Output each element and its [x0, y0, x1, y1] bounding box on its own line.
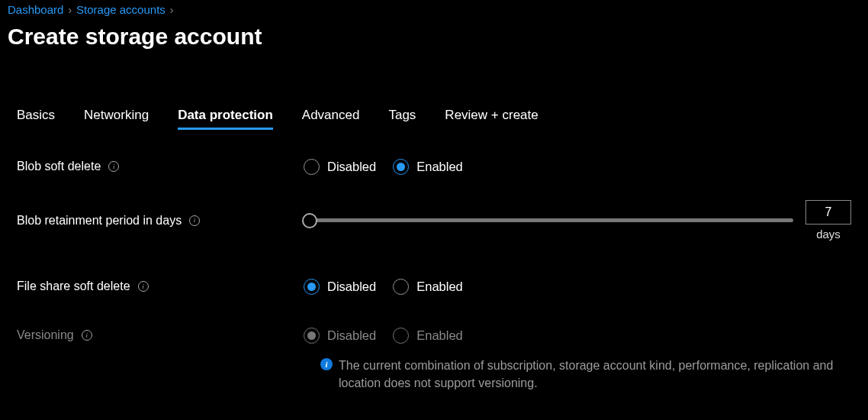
label-file-share-soft-delete: File share soft delete — [17, 279, 130, 293]
slider-blob-retainment[interactable]: 7 days — [304, 200, 851, 241]
radio-file-share-soft-delete-disabled[interactable]: Disabled — [304, 279, 376, 295]
radio-circle-icon — [304, 159, 320, 175]
info-icon[interactable]: i — [189, 215, 200, 226]
tab-review-create[interactable]: Review + create — [445, 108, 538, 130]
form-area: Blob soft delete i Disabled Enabled Blob… — [0, 130, 868, 392]
radio-label: Disabled — [327, 160, 376, 174]
radio-label: Enabled — [416, 279, 463, 294]
radio-versioning-enabled: Enabled — [393, 328, 463, 344]
input-blob-retainment-value[interactable]: 7 — [805, 200, 851, 225]
breadcrumb-link-dashboard[interactable]: Dashboard — [8, 3, 63, 16]
radio-blob-soft-delete-disabled[interactable]: Disabled — [304, 159, 376, 175]
radio-versioning-disabled: Disabled — [304, 328, 376, 344]
radio-circle-icon — [393, 328, 409, 344]
radio-file-share-soft-delete-enabled[interactable]: Enabled — [393, 279, 463, 295]
label-versioning: Versioning — [17, 328, 74, 342]
radio-label: Disabled — [327, 328, 376, 343]
label-unit-days: days — [816, 228, 841, 241]
row-blob-soft-delete: Blob soft delete i Disabled Enabled — [17, 151, 851, 182]
chevron-right-icon: › — [170, 4, 174, 16]
tabs: Basics Networking Data protection Advanc… — [0, 50, 868, 130]
tab-tags[interactable]: Tags — [388, 108, 416, 130]
info-icon[interactable]: i — [108, 161, 119, 172]
info-icon[interactable]: i — [138, 281, 149, 292]
radio-blob-soft-delete-enabled[interactable]: Enabled — [393, 159, 463, 175]
row-file-share-soft-delete: File share soft delete i Disabled Enable… — [17, 271, 851, 302]
radio-circle-icon — [304, 328, 320, 344]
radio-label: Enabled — [416, 160, 463, 174]
label-blob-soft-delete: Blob soft delete — [17, 160, 101, 173]
info-message: i The current combination of subscriptio… — [17, 357, 851, 392]
info-icon[interactable]: i — [82, 330, 92, 341]
info-badge-icon: i — [320, 358, 333, 370]
slider-track[interactable] — [304, 218, 793, 222]
row-versioning: Versioning i Disabled Enabled — [17, 320, 851, 351]
chevron-right-icon: › — [68, 4, 72, 16]
radio-label: Disabled — [327, 279, 376, 294]
tab-data-protection[interactable]: Data protection — [178, 108, 273, 130]
radio-label: Enabled — [416, 328, 463, 343]
row-blob-retainment: Blob retainment period in days i 7 days — [17, 200, 851, 241]
breadcrumb-link-storage-accounts[interactable]: Storage accounts — [76, 3, 166, 16]
radio-circle-icon — [304, 279, 320, 295]
info-message-text: The current combination of subscription,… — [339, 357, 851, 392]
slider-thumb[interactable] — [302, 213, 317, 228]
tab-basics[interactable]: Basics — [17, 108, 55, 130]
radio-circle-icon — [393, 159, 409, 175]
radio-circle-icon — [393, 279, 409, 295]
label-blob-retainment: Blob retainment period in days — [17, 214, 182, 228]
page-title: Create storage account — [0, 16, 868, 50]
tab-networking[interactable]: Networking — [84, 108, 149, 130]
tab-advanced[interactable]: Advanced — [302, 108, 360, 130]
breadcrumb: Dashboard › Storage accounts › — [0, 0, 868, 16]
